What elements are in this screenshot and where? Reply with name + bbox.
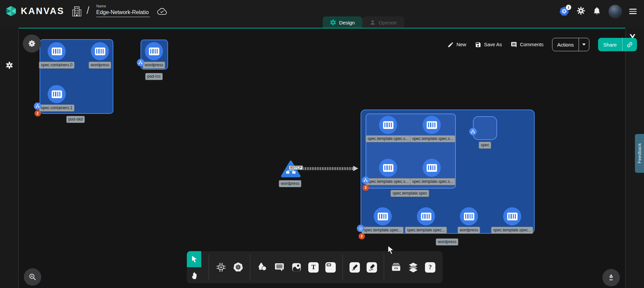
feedback-tab[interactable]: Feedback — [635, 134, 644, 173]
zoom-search-button[interactable] — [24, 268, 41, 286]
node-label[interactable]: spec.containers.0 — [39, 62, 74, 69]
node-label[interactable]: spec.template.spec... — [491, 227, 533, 234]
shapes-tool-button[interactable] — [254, 260, 270, 275]
node-label[interactable]: spec.template.spec.s... — [410, 135, 455, 142]
actions-button[interactable]: Actions — [552, 38, 578, 51]
save-as-button[interactable]: Save As — [475, 42, 502, 48]
node-label[interactable]: wordpress — [89, 62, 111, 69]
container-icon — [464, 213, 474, 220]
note-icon — [325, 262, 336, 273]
new-button[interactable]: New — [447, 42, 466, 48]
drawer-icon — [391, 262, 401, 272]
meshery-swirl-icon[interactable] — [6, 62, 13, 69]
container-node[interactable] — [145, 42, 163, 60]
group-label[interactable]: wordpress — [436, 238, 458, 245]
component-actions-button[interactable] — [23, 34, 41, 53]
annotation-pen-button[interactable] — [602, 269, 620, 286]
container-node[interactable] — [423, 159, 441, 177]
container-node[interactable] — [91, 42, 109, 60]
pod-badge[interactable] — [34, 102, 41, 110]
components-tool-button[interactable] — [213, 260, 229, 275]
pointer-tools — [187, 251, 201, 283]
save-icon — [475, 42, 481, 48]
container-node[interactable] — [423, 116, 441, 134]
container-node[interactable] — [503, 207, 521, 225]
k8s-context-count-badge: 1 — [566, 5, 571, 10]
node-label[interactable]: spec.template.spec... — [405, 227, 447, 234]
container-icon — [421, 213, 431, 220]
mode-tabs: Design Operate — [323, 16, 404, 28]
help-tool-button[interactable]: ? — [422, 260, 438, 275]
pod-badge[interactable] — [469, 128, 477, 135]
actions-dropdown-button[interactable] — [579, 38, 589, 51]
spec-node[interactable] — [473, 116, 497, 140]
count-badge[interactable]: 2 — [35, 110, 41, 117]
node-label[interactable]: spec — [479, 142, 491, 149]
container-node[interactable] — [379, 159, 397, 177]
layers-tool-button[interactable] — [405, 260, 421, 275]
container-node[interactable] — [417, 207, 435, 225]
node-label[interactable]: spec.template.spec.s... — [410, 178, 455, 185]
node-label[interactable]: wordpress — [279, 180, 301, 187]
k8s-context-switcher[interactable]: 1 — [559, 6, 569, 16]
node-label[interactable]: wordpress — [458, 227, 480, 234]
design-name-input[interactable] — [96, 9, 150, 17]
new-label: New — [457, 42, 466, 47]
comment-tool-button[interactable] — [271, 260, 287, 275]
node-label[interactable]: spec.template.spec.s... — [366, 178, 411, 185]
group-label[interactable]: pod-skd — [66, 116, 85, 123]
pod-icon — [139, 61, 143, 65]
save-as-label: Save As — [484, 42, 502, 47]
kubernetes-wheel-icon — [233, 262, 244, 273]
freehand-draw-tool-button[interactable] — [364, 260, 380, 275]
select-tool-button[interactable] — [187, 251, 201, 267]
pod-badge[interactable] — [362, 176, 369, 184]
canvas-top-border — [19, 28, 625, 28]
node-label[interactable]: spec.template.spec.s... — [366, 135, 411, 142]
group-label[interactable]: pod-rcc — [145, 73, 163, 80]
logo-text: KANVAS — [21, 6, 64, 16]
tab-design[interactable]: Design — [323, 16, 362, 28]
container-node[interactable] — [374, 207, 392, 225]
container-icon — [52, 90, 62, 98]
settings-button[interactable] — [577, 6, 585, 16]
note-tool-button[interactable] — [323, 260, 338, 275]
node-label[interactable]: spec.template.spec... — [362, 227, 404, 234]
copy-link-button[interactable] — [622, 38, 637, 51]
container-icon — [52, 48, 62, 55]
container-node[interactable] — [460, 207, 478, 225]
pod-badge[interactable] — [137, 59, 144, 66]
flower-gear-icon — [28, 40, 36, 47]
pen-path-tool-button[interactable] — [347, 260, 363, 275]
organization-icon[interactable] — [72, 6, 82, 18]
burger-bar — [629, 13, 637, 14]
text-tool-button[interactable]: T — [306, 260, 321, 275]
node-label[interactable]: spec.containers.1 — [39, 104, 74, 112]
count-badge[interactable]: 3 — [363, 185, 369, 191]
comments-button[interactable]: Comments — [511, 42, 543, 48]
container-node[interactable] — [48, 85, 66, 103]
drawer-tool-button[interactable] — [388, 260, 404, 275]
design-flower-icon — [330, 19, 336, 25]
toolbar-divider — [250, 254, 250, 280]
node-label[interactable]: wordpress — [143, 62, 165, 69]
container-node[interactable] — [48, 42, 66, 60]
menu-button[interactable] — [629, 9, 637, 14]
kubernetes-tool-button[interactable] — [230, 260, 246, 275]
pan-tool-button[interactable] — [187, 267, 201, 283]
kanvas-logo-icon — [5, 5, 17, 17]
share-button[interactable]: Share — [598, 38, 622, 51]
breadcrumb-separator: / — [87, 5, 89, 16]
user-avatar[interactable] — [608, 5, 622, 18]
count-badge[interactable]: 3 — [359, 233, 365, 239]
container-node[interactable] — [379, 116, 397, 134]
group-label[interactable]: spec.template.spec — [390, 190, 429, 197]
tab-operate[interactable]: Operate — [362, 16, 404, 28]
kanvas-logo[interactable]: KANVAS — [5, 5, 64, 17]
deployment-badge[interactable] — [357, 225, 364, 232]
image-icon — [291, 262, 302, 272]
notifications-button[interactable] — [593, 6, 601, 16]
container-icon — [427, 121, 437, 129]
pod-icon — [364, 178, 368, 182]
image-tool-button[interactable] — [288, 260, 304, 275]
